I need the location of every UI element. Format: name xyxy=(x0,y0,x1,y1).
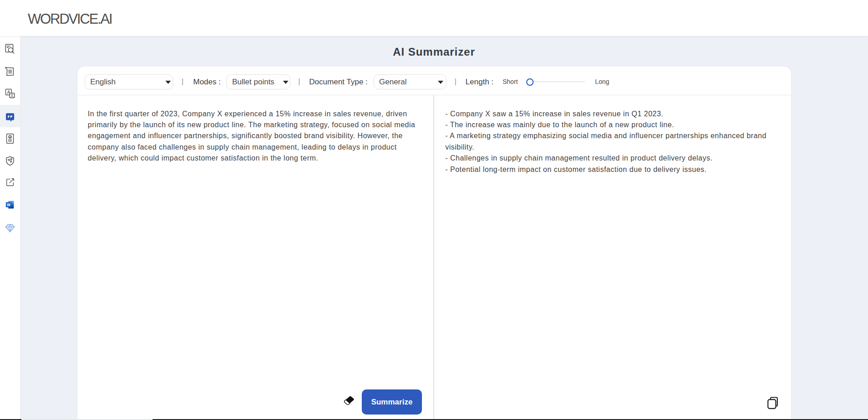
svg-text:文: 文 xyxy=(10,93,14,98)
svg-text:W: W xyxy=(7,202,11,207)
